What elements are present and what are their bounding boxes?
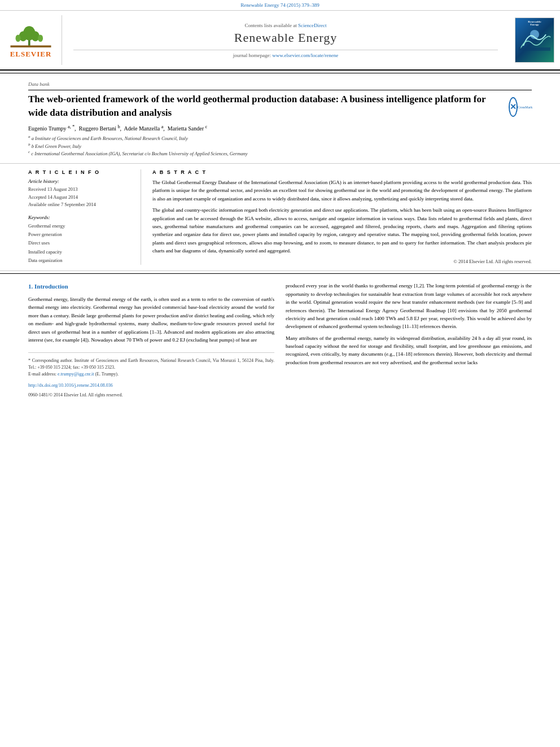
author2-name: Ruggero Bertani [79, 125, 116, 132]
citation-bar: Renewable Energy 74 (2015) 379–389 [0, 0, 560, 11]
keywords-label: Keywords: [28, 215, 134, 220]
author3-super: a [161, 124, 164, 129]
abstract-text: The Global Geothermal Energy Database of… [152, 178, 532, 255]
elsevier-logo: ELSEVIER [10, 22, 52, 59]
header-divider [73, 50, 498, 50]
svg-point-6 [38, 34, 43, 42]
author4-name: Marietta Sander [168, 125, 204, 132]
footnote-section: * Corresponding author. Institute of Geo… [28, 352, 274, 399]
body-left-text: Geothermal energy, literally the thermal… [28, 295, 274, 344]
journal-homepage: journal homepage: www.elsevier.com/locat… [233, 53, 338, 58]
elsevier-logo-section: ELSEVIER [0, 15, 62, 65]
author3-name: Adele Manzella [124, 125, 160, 132]
cover-title-text: RenewableEnergy [528, 20, 541, 26]
article-title-row: The web-oriented framework of the world … [28, 93, 532, 120]
copyright-line: © 2014 Elsevier Ltd. All rights reserved… [152, 259, 532, 264]
contents-line: Contents lists available at ScienceDirec… [245, 23, 327, 28]
journal-cover-section: RenewableEnergy [509, 15, 560, 65]
crossmark-label: CrossMark [518, 106, 533, 109]
body-section: 1. Introduction Geothermal energy, liter… [0, 276, 560, 405]
author1-super: a, * [68, 124, 75, 129]
elsevier-tree-icon [10, 22, 52, 47]
journal-cover-image: RenewableEnergy [515, 18, 554, 63]
svg-point-5 [16, 34, 21, 42]
keywords-section: Keywords: Geothermal energy Power genera… [28, 215, 134, 265]
author4-super: c [205, 124, 207, 129]
article-info-heading: A R T I C L E I N F O [28, 169, 134, 175]
svg-rect-8 [519, 47, 550, 51]
svg-rect-4 [11, 45, 51, 47]
accepted-date: Accepted 14 August 2014 [28, 194, 134, 202]
abstract-column: A B S T R A C T The Global Geothermal En… [152, 169, 532, 265]
email-link[interactable]: e.trumpy@igg.cnr.it [58, 372, 94, 377]
homepage-link[interactable]: www.elsevier.com/locate/renene [272, 53, 338, 58]
article-info-column: A R T I C L E I N F O Article history: R… [28, 169, 141, 265]
corresponding-author-note: * Corresponding author. Institute of Geo… [28, 357, 274, 371]
section-type-label: Data bank [28, 81, 532, 87]
crossmark-section[interactable]: ✕ CrossMark [509, 95, 532, 118]
header-bottom-divider [0, 73, 560, 73]
affiliation-2: b b Enel Green Power, Italy [28, 142, 532, 150]
abstract-p2: The global and country-specific informat… [152, 206, 532, 255]
history-label: Article history: [28, 178, 134, 184]
crossmark-icon: ✕ [509, 97, 518, 117]
keyword-2: Power generation [28, 230, 134, 239]
cover-illustration [518, 26, 552, 51]
abstract-p1: The Global Geothermal Energy Database of… [152, 178, 532, 203]
affiliation-1: a a Institute of Geosciences and Earth R… [28, 134, 532, 142]
intro-p2-right: Many attributes of the geothermal energy… [286, 334, 532, 367]
keyword-5: Data organization [28, 256, 134, 265]
authors-line: Eugenio Trumpy a, *, Ruggero Bertani b, … [28, 124, 532, 132]
keyword-4: Installed capacity [28, 248, 134, 256]
doi-link[interactable]: http://dx.doi.org/10.1016/j.renene.2014.… [28, 383, 113, 388]
body-right-text: produced every year in the world thanks … [286, 282, 532, 366]
article-info-abstract-section: A R T I C L E I N F O Article history: R… [0, 164, 560, 271]
doi-section: http://dx.doi.org/10.1016/j.renene.2014.… [28, 381, 274, 390]
body-two-col: 1. Introduction Geothermal energy, liter… [28, 282, 532, 399]
sciencedirect-link[interactable]: ScienceDirect [298, 23, 326, 28]
body-top-divider [0, 273, 560, 274]
body-right-col: produced every year in the world thanks … [286, 282, 532, 399]
article-title-section: Data bank The web-oriented framework of … [0, 76, 560, 164]
intro-p1-left: Geothermal energy, literally the thermal… [28, 295, 274, 344]
keyword-3: Direct uses [28, 239, 134, 247]
affiliation-list: a a Institute of Geosciences and Earth R… [28, 134, 532, 158]
intro-section-title: 1. Introduction [28, 282, 274, 292]
journal-center-info: Contents lists available at ScienceDirec… [62, 15, 509, 65]
journal-title: Renewable Energy [234, 30, 337, 45]
author2-super: b [117, 124, 120, 129]
author1-name: Eugenio Trumpy [28, 125, 67, 132]
abstract-heading: A B S T R A C T [152, 169, 532, 175]
title-top-divider [28, 90, 532, 90]
issn-line: 0960-1481/© 2014 Elsevier Ltd. All right… [28, 392, 274, 399]
article-main-title: The web-oriented framework of the world … [28, 93, 501, 120]
received-date: Received 13 August 2013 [28, 186, 134, 194]
affiliation-3: c c International Geothermal Association… [28, 150, 532, 158]
journal-header: ELSEVIER Contents lists available at Sci… [0, 11, 560, 71]
body-left-col: 1. Introduction Geothermal energy, liter… [28, 282, 274, 399]
citation-text: Renewable Energy 74 (2015) 379–389 [240, 2, 319, 8]
email-note: E-mail address: e.trumpy@igg.cnr.it (E. … [28, 371, 274, 378]
elsevier-wordmark: ELSEVIER [10, 50, 52, 59]
intro-p1-right: produced every year in the world thanks … [286, 282, 532, 330]
available-date: Available online 7 September 2014 [28, 201, 134, 209]
keyword-1: Geothermal energy [28, 222, 134, 230]
